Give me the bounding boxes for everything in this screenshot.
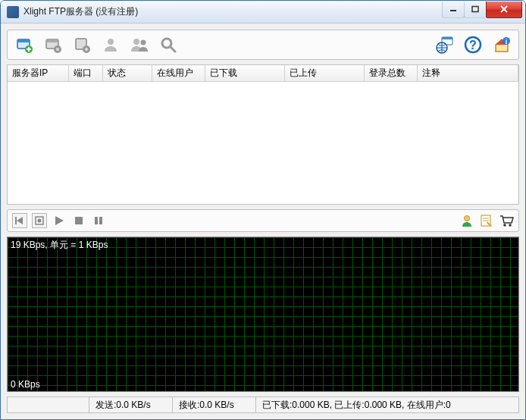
svg-rect-33	[75, 217, 83, 224]
help-icon: ?	[464, 36, 482, 54]
globe-window-icon	[434, 36, 454, 54]
col-online-users[interactable]: 在线用户	[152, 65, 205, 82]
svg-rect-35	[99, 217, 102, 224]
edit-log-icon	[480, 214, 493, 227]
home-button[interactable]: i	[491, 34, 512, 55]
svg-point-31	[38, 219, 42, 223]
svg-line-20	[171, 47, 175, 52]
svg-rect-1	[472, 7, 478, 12]
app-window: Xlight FTP服务器 (没有注册)	[0, 0, 526, 420]
cart-button[interactable]	[499, 213, 514, 228]
add-server-icon	[15, 36, 33, 54]
global-settings-button[interactable]	[71, 34, 92, 55]
col-uploaded[interactable]: 已上传	[284, 65, 364, 82]
close-button[interactable]	[486, 2, 522, 18]
pause-button[interactable]	[91, 213, 106, 228]
svg-rect-10	[46, 39, 58, 42]
graph-grid	[8, 237, 518, 391]
main-toolbar: ? i	[7, 30, 519, 60]
server-settings-button[interactable]	[42, 34, 64, 55]
user-icon	[102, 36, 120, 54]
status-recv: 接收:0.0 KB/s	[173, 397, 256, 412]
svg-rect-5	[17, 39, 30, 42]
graph-top-label: 19 KBps, 单元 = 1 KBps	[11, 239, 108, 252]
home-info-icon: i	[493, 36, 511, 54]
svg-text:i: i	[506, 38, 508, 45]
status-summary: 已下载:0.000 KB, 已上传:0.000 KB, 在线用户:0	[256, 397, 518, 412]
stop-button[interactable]	[71, 213, 86, 228]
user-status-button[interactable]	[459, 213, 474, 228]
user-status-icon	[460, 214, 474, 227]
search-button[interactable]	[158, 34, 179, 55]
add-server-button[interactable]	[14, 34, 35, 55]
col-port[interactable]: 端口	[68, 65, 102, 82]
window-title: Xlight FTP服务器 (没有注册)	[23, 5, 442, 18]
svg-point-17	[133, 39, 139, 45]
cart-icon	[499, 214, 514, 227]
svg-marker-28	[17, 217, 23, 224]
app-icon	[7, 6, 19, 18]
svg-point-18	[141, 40, 146, 45]
internet-status-button[interactable]	[434, 34, 455, 55]
svg-rect-34	[95, 217, 98, 224]
svg-point-40	[503, 224, 506, 227]
stop-record-button[interactable]	[32, 213, 47, 228]
status-bar: 发送:0.0 KB/s 接收:0.0 KB/s 已下载:0.000 KB, 已上…	[7, 396, 519, 413]
title-bar[interactable]: Xlight FTP服务器 (没有注册)	[1, 1, 525, 24]
svg-point-16	[108, 39, 114, 45]
step-back-icon	[15, 216, 24, 225]
play-button[interactable]	[52, 213, 67, 228]
playback-toolbar	[7, 209, 519, 232]
svg-point-36	[465, 216, 470, 221]
server-list-header-row: 服务器IP 端口 状态 在线用户 已下载 已上传 登录总数 注释	[8, 65, 518, 82]
status-send: 发送:0.0 KB/s	[89, 397, 173, 412]
global-settings-icon	[73, 36, 91, 54]
bandwidth-graph: 19 KBps, 单元 = 1 KBps 0 KBps	[7, 237, 519, 392]
svg-text:?: ?	[469, 39, 477, 52]
minimize-icon	[449, 5, 458, 13]
stop-record-icon	[35, 216, 44, 225]
single-user-button[interactable]	[100, 34, 121, 55]
edit-log-button[interactable]	[479, 213, 494, 228]
maximize-button[interactable]	[464, 2, 487, 18]
svg-marker-32	[55, 216, 64, 225]
play-icon	[54, 215, 64, 226]
graph-bottom-label: 0 KBps	[11, 379, 40, 390]
col-status[interactable]: 状态	[102, 65, 152, 82]
search-icon	[159, 36, 177, 54]
close-icon	[499, 5, 509, 13]
help-button[interactable]: ?	[462, 34, 484, 55]
multi-user-button[interactable]	[129, 34, 150, 55]
svg-point-12	[56, 48, 59, 51]
col-login-total[interactable]: 登录总数	[364, 65, 417, 82]
stop-icon	[74, 216, 83, 225]
col-downloaded[interactable]: 已下载	[205, 65, 284, 82]
pause-icon	[94, 216, 103, 225]
users-icon	[130, 36, 149, 54]
step-back-button[interactable]	[12, 213, 27, 228]
status-cell-empty	[8, 397, 89, 412]
server-settings-icon	[44, 36, 62, 54]
svg-rect-22	[442, 37, 452, 39]
minimize-button[interactable]	[442, 2, 465, 18]
svg-point-41	[509, 224, 512, 227]
svg-point-15	[85, 48, 88, 51]
col-comment[interactable]: 注释	[417, 65, 518, 82]
col-server-ip[interactable]: 服务器IP	[8, 65, 68, 82]
maximize-icon	[471, 5, 480, 13]
server-list[interactable]: 服务器IP 端口 状态 在线用户 已下载 已上传 登录总数 注释	[7, 64, 519, 205]
